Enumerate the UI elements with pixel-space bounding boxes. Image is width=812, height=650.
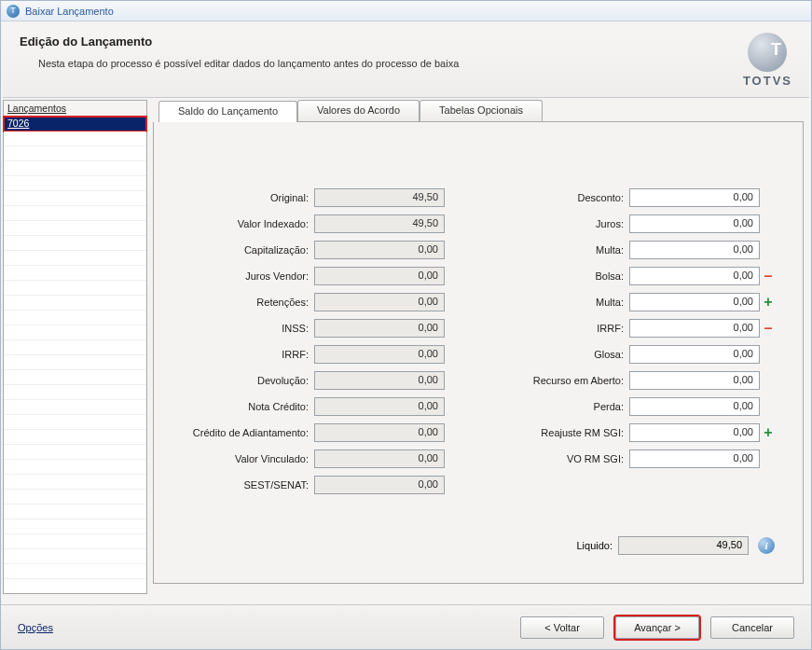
field-value[interactable]: 0,00 [629, 188, 760, 207]
sidebar-header[interactable]: Lançamentos [4, 101, 146, 117]
field-value: 0,00 [314, 397, 445, 416]
sidebar-empty-row[interactable] [4, 266, 146, 281]
sidebar-empty-row[interactable] [4, 385, 146, 400]
field-row: Devolução:0,00 [172, 370, 460, 391]
field-value: 0,00 [314, 319, 445, 338]
sidebar-empty-row[interactable] [4, 370, 146, 385]
field-label: Multa: [488, 244, 629, 256]
field-label: SEST/SENAT: [172, 479, 314, 491]
sidebar-empty-row[interactable] [4, 460, 146, 475]
sidebar-empty-row[interactable] [4, 325, 146, 340]
field-label: Juros: [488, 218, 629, 229]
field-label: Recurso em Aberto: [488, 375, 629, 386]
field-label: Valor Vinculado: [172, 453, 314, 464]
info-icon[interactable]: i [758, 537, 775, 554]
field-value[interactable]: 0,00 [629, 449, 760, 468]
sidebar-empty-row[interactable] [4, 549, 146, 564]
wizard-footer: Opções < Voltar Avançar > Cancelar [1, 604, 811, 649]
field-value[interactable]: 0,00 [629, 241, 760, 259]
field-label: Multa: [488, 297, 629, 308]
window-title: Baixar Lançamento [25, 6, 114, 17]
sidebar-empty-row[interactable] [4, 251, 146, 266]
minus-icon: – [762, 320, 775, 337]
field-value[interactable]: 0,00 [629, 345, 760, 364]
field-label: Capitalização: [172, 244, 314, 256]
back-button[interactable]: < Voltar [520, 616, 604, 639]
cancel-button[interactable]: Cancelar [710, 616, 794, 639]
sidebar-empty-row[interactable] [4, 191, 146, 206]
options-button[interactable]: Opções [18, 622, 53, 633]
field-value: 49,50 [314, 188, 445, 207]
sidebar-empty-row[interactable] [4, 281, 146, 296]
tab-saldo[interactable]: Saldo do Lançamento [158, 101, 297, 122]
field-label: Glosa: [488, 349, 629, 360]
body: Lançamentos 7026 [1, 100, 811, 594]
sidebar-empty-row[interactable] [4, 519, 146, 534]
field-value: 0,00 [314, 476, 445, 494]
field-label: IRRF: [172, 349, 314, 360]
page-title: Edição do Lançamento [20, 35, 792, 48]
sidebar-empty-row[interactable] [4, 475, 146, 490]
field-label: Crédito de Adiantamento: [172, 427, 314, 438]
wizard-header: Edição do Lançamento Nesta etapa do proc… [3, 23, 809, 98]
sidebar-empty-row[interactable] [4, 221, 146, 236]
field-value: 0,00 [314, 345, 445, 364]
sidebar-empty-row[interactable] [4, 490, 146, 505]
field-row: Valor Indexado:49,50 [172, 214, 460, 234]
field-row: Juros Vendor:0,00 [172, 266, 460, 286]
sidebar-empty-row[interactable] [4, 564, 146, 579]
titlebar: T Baixar Lançamento [1, 1, 811, 21]
field-columns: Original:49,50Valor Indexado:49,50Capita… [172, 187, 775, 501]
field-label: Reajuste RM SGI: [488, 427, 629, 438]
field-value[interactable]: 0,00 [629, 319, 760, 338]
sidebar-lancamentos: Lançamentos 7026 [3, 100, 147, 594]
field-value: 0,00 [314, 371, 445, 390]
sidebar-empty-row[interactable] [4, 340, 146, 355]
sidebar-empty-row[interactable] [4, 176, 146, 191]
field-row: Juros:0,00 [488, 214, 775, 234]
field-row: IRRF:0,00 [172, 344, 460, 365]
brand-text: TOTVS [743, 74, 792, 88]
sidebar-empty-row[interactable] [4, 236, 146, 251]
field-row: Desconto:0,00 [488, 187, 775, 208]
field-value[interactable]: 0,00 [629, 371, 760, 390]
field-value[interactable]: 0,00 [629, 267, 760, 285]
sidebar-empty-row[interactable] [4, 430, 146, 445]
field-value: 0,00 [314, 423, 445, 442]
sidebar-empty-row[interactable] [4, 311, 146, 325]
sidebar-empty-row[interactable] [4, 206, 146, 221]
sidebar-item[interactable]: 7026 [4, 117, 146, 131]
sidebar-empty-row[interactable] [4, 131, 146, 146]
field-row: SEST/SENAT:0,00 [172, 475, 460, 495]
next-button[interactable]: Avançar > [615, 616, 699, 639]
tab-pane-saldo: Original:49,50Valor Indexado:49,50Capita… [153, 122, 804, 584]
field-value[interactable]: 0,00 [629, 397, 760, 416]
field-row: Nota Crédito:0,00 [172, 396, 460, 417]
main-panel: Saldo do Lançamento Valores do Acordo Ta… [147, 100, 809, 594]
field-row: Glosa:0,00 [488, 344, 775, 365]
app-icon: T [7, 5, 20, 18]
sidebar-empty-row[interactable] [4, 161, 146, 176]
tab-tabelas-opcionais[interactable]: Tabelas Opcionais [420, 100, 543, 121]
window-baixar-lancamento: T Baixar Lançamento Edição do Lançamento… [0, 0, 812, 650]
field-value[interactable]: 0,00 [629, 423, 760, 442]
sidebar-empty-row[interactable] [4, 400, 146, 415]
field-value: 0,00 [314, 449, 445, 468]
sidebar-empty-row[interactable] [4, 534, 146, 549]
sidebar-empty-row[interactable] [4, 146, 146, 161]
field-value[interactable]: 0,00 [629, 214, 760, 233]
sidebar-empty-row[interactable] [4, 415, 146, 430]
liquido-row: Liquido: 49,50 i [576, 536, 775, 555]
sidebar-empty-row[interactable] [4, 505, 146, 519]
field-row: Perda:0,00 [488, 396, 775, 417]
field-label: Valor Indexado: [172, 218, 314, 229]
globe-icon [748, 33, 787, 72]
field-label: Devolução: [172, 375, 314, 386]
tab-valores-acordo[interactable]: Valores do Acordo [297, 100, 420, 121]
sidebar-empty-row[interactable] [4, 355, 146, 370]
field-label: INSS: [172, 323, 314, 334]
field-value: 0,00 [314, 267, 445, 285]
sidebar-empty-row[interactable] [4, 445, 146, 460]
field-value[interactable]: 0,00 [629, 293, 760, 311]
sidebar-empty-row[interactable] [4, 296, 146, 311]
